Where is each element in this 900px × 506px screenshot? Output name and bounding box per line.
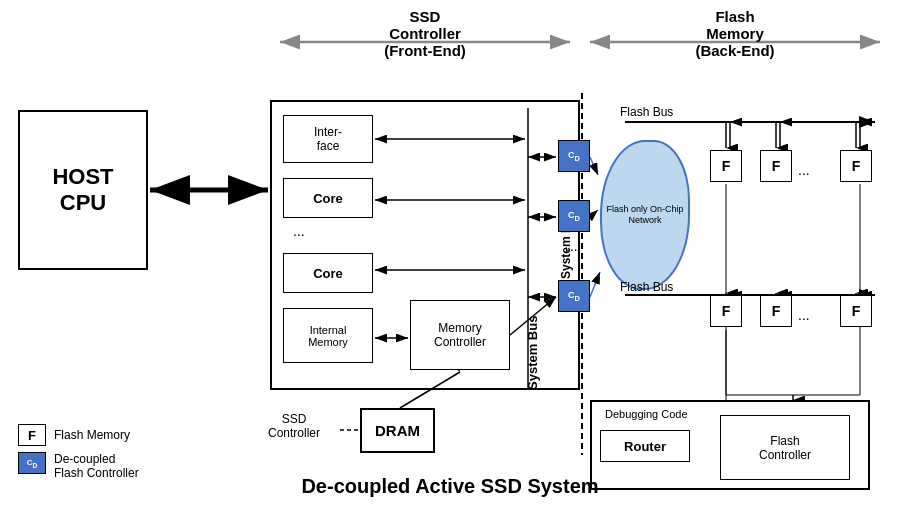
f-top-dots: ... bbox=[798, 162, 810, 178]
cd1-box: CD bbox=[558, 140, 590, 172]
flash-bus-bottom-label: Flash Bus bbox=[620, 280, 673, 294]
f-bot-2-box: F bbox=[760, 295, 792, 327]
core1-label: Core bbox=[313, 191, 343, 206]
svg-line-20 bbox=[590, 210, 598, 217]
bottom-title: De-coupled Active SSD System bbox=[0, 475, 900, 498]
f-bot-2-label: F bbox=[772, 303, 781, 319]
core2-label: Core bbox=[313, 266, 343, 281]
memory-controller-label: Memory Controller bbox=[434, 321, 486, 349]
core-dots: ... bbox=[293, 223, 305, 239]
flash-header-label: Flash Memory (Back-End) bbox=[590, 8, 880, 59]
legend-f-box: F bbox=[18, 424, 46, 446]
svg-line-19 bbox=[590, 157, 598, 175]
router-label: Router bbox=[624, 439, 666, 454]
internal-memory-label: Internal Memory bbox=[308, 324, 348, 348]
f-bot-3-box: F bbox=[840, 295, 872, 327]
f-top-1-box: F bbox=[710, 150, 742, 182]
f-top-2-box: F bbox=[760, 150, 792, 182]
debugging-code-label: Debugging Code bbox=[605, 408, 688, 420]
f-top-3-label: F bbox=[852, 158, 861, 174]
cd3-label: CD bbox=[568, 290, 580, 303]
ssd-header-label: SSD Controller (Front-End) bbox=[290, 8, 560, 59]
router-box: Router bbox=[600, 430, 690, 462]
cd-dots: ... bbox=[566, 238, 578, 254]
dram-box: DRAM bbox=[360, 408, 435, 453]
flash-controller-label: Flash Controller bbox=[759, 434, 811, 462]
diagram: SSD Controller (Front-End) Flash Memory … bbox=[0, 0, 900, 506]
interface-box: Inter- face bbox=[283, 115, 373, 163]
legend-f-symbol: F bbox=[28, 428, 36, 443]
legend-cd-symbol: CD bbox=[27, 458, 38, 469]
f-bot-dots: ... bbox=[798, 307, 810, 323]
internal-memory-box: Internal Memory bbox=[283, 308, 373, 363]
on-chip-network: Flash only On-Chip Network bbox=[600, 140, 690, 290]
f-bot-1-label: F bbox=[722, 303, 731, 319]
legend-cd-box: CD bbox=[18, 452, 46, 474]
f-top-1-label: F bbox=[722, 158, 731, 174]
host-cpu-label: HOST CPU bbox=[52, 164, 113, 217]
memory-controller-box: Memory Controller bbox=[410, 300, 510, 370]
interface-label: Inter- face bbox=[314, 125, 342, 153]
host-cpu-box: HOST CPU bbox=[18, 110, 148, 270]
system-bus-vertical-label: System Bus bbox=[525, 110, 540, 390]
cd2-box: CD bbox=[558, 200, 590, 232]
core2-box: Core bbox=[283, 253, 373, 293]
legend-flash-label: Flash Memory bbox=[54, 428, 130, 442]
f-bot-1-box: F bbox=[710, 295, 742, 327]
ssd-controller-bottom-label: SSD Controller bbox=[268, 412, 320, 440]
legend-flash-memory: F Flash Memory bbox=[18, 424, 139, 446]
svg-line-21 bbox=[590, 272, 600, 297]
core1-box: Core bbox=[283, 178, 373, 218]
cd3-box: CD bbox=[558, 280, 590, 312]
cd2-label: CD bbox=[568, 210, 580, 223]
flash-controller-box: Flash Controller bbox=[720, 415, 850, 480]
f-top-3-box: F bbox=[840, 150, 872, 182]
f-top-2-label: F bbox=[772, 158, 781, 174]
flash-bus-top-label: Flash Bus bbox=[620, 105, 673, 119]
on-chip-label: Flash only On-Chip Network bbox=[606, 204, 683, 226]
cd1-label: CD bbox=[568, 150, 580, 163]
f-bot-3-label: F bbox=[852, 303, 861, 319]
dram-label: DRAM bbox=[375, 422, 420, 439]
